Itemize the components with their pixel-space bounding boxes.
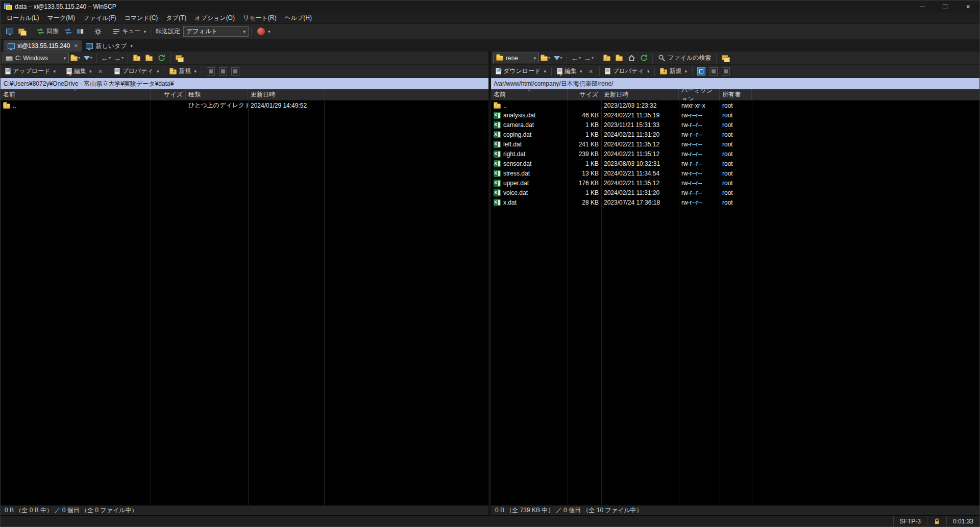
remote-directory-combobox[interactable]: rene▾ <box>493 53 539 63</box>
new-tab-button[interactable]: 新しいタブ ▾ <box>82 40 137 52</box>
properties-button[interactable]: プロパティ▾ <box>602 66 652 77</box>
edit-button[interactable]: 編集▾ <box>554 66 585 77</box>
local-command-toolbar: アップロード▾ 編集▾ × プロパティ▾ 新規▾ <box>1 65 488 78</box>
column-header-permissions[interactable]: パーミッション <box>679 89 720 100</box>
winscp-window: data – xi@133.55.115.240 – WinSCP × ローカル… <box>0 0 980 527</box>
drive-selector-combobox[interactable]: C: Windows▾ <box>3 53 69 63</box>
back-button[interactable]: ←▾ <box>100 52 112 64</box>
delete-button[interactable]: × <box>94 65 106 78</box>
minimize-button[interactable] <box>911 1 934 13</box>
view-toggle-3[interactable] <box>720 65 732 78</box>
column-header-name[interactable]: 名前 ^ <box>1 89 151 100</box>
root-directory-icon[interactable] <box>143 52 155 64</box>
table-row[interactable]: stress.dat 13 KB 2024/02/21 11:34:54 rw-… <box>491 168 979 178</box>
table-row[interactable]: coping.dat 1 KB 2024/02/21 11:31:20 rw-r… <box>491 130 979 139</box>
queue-button[interactable]: キュー▾ <box>110 26 149 38</box>
session-tab[interactable]: xi@133.55.115.240 × <box>4 40 82 52</box>
sync-arrows-icon <box>37 28 44 35</box>
local-nav-toolbar: C: Windows▾ ▾ ▾ ←▾ →▾ <box>1 52 488 65</box>
delete-button[interactable]: × <box>584 65 597 78</box>
encryption-indicator[interactable] <box>927 516 946 526</box>
transfer-settings-label: 転送設定 <box>156 27 180 36</box>
column-header-modified[interactable]: 更新日時 <box>601 89 679 100</box>
table-row[interactable]: right.dat 239 KB 2024/02/21 11:35:12 rw-… <box>491 149 979 159</box>
menu-tab[interactable]: タブ(T) <box>162 13 190 23</box>
properties-button[interactable]: プロパティ▾ <box>112 66 161 77</box>
menu-local[interactable]: ローカル(L) <box>3 13 43 23</box>
menu-options[interactable]: オプション(O) <box>190 13 239 23</box>
new-session-button[interactable]: ▾ <box>254 26 274 38</box>
table-row[interactable]: .. 2023/12/03 1:23:32 rwxr-xr-x root <box>491 101 979 110</box>
column-header-type[interactable]: 種類 <box>186 89 248 100</box>
column-header-name[interactable]: 名前 ^ <box>491 89 568 100</box>
refresh-icon[interactable] <box>638 52 650 64</box>
column-header-modified[interactable]: 更新日時 <box>248 89 324 100</box>
file-icon <box>494 180 501 187</box>
session-icon <box>8 43 15 49</box>
open-directory-icon[interactable] <box>16 26 28 38</box>
menu-file[interactable]: ファイル(F) <box>79 13 120 23</box>
remote-column-headers: 名前 ^ サイズ 更新日時 パーミッション 所有者 <box>491 89 979 101</box>
parent-directory-icon[interactable] <box>131 52 143 64</box>
new-button[interactable]: 新規▾ <box>657 66 690 77</box>
open-folder-icon[interactable]: ▾ <box>539 52 552 64</box>
forward-button[interactable]: →▾ <box>582 52 595 64</box>
view-toggle-2[interactable] <box>217 65 229 78</box>
menu-help[interactable]: ヘルプ(H) <box>280 13 316 23</box>
column-header-owner[interactable]: 所有者 <box>720 89 752 100</box>
copy-session-icon[interactable] <box>173 52 185 64</box>
home-directory-icon[interactable] <box>625 52 638 64</box>
local-path-bar[interactable]: C:¥Users¥8072y¥OneDrive - 富山県立大学¥実験データ¥d… <box>1 78 488 89</box>
download-button[interactable]: ダウンロード▾ <box>493 66 549 77</box>
column-header-size[interactable]: サイズ <box>151 89 186 100</box>
copy-session-icon[interactable] <box>719 52 731 64</box>
edit-button[interactable]: 編集▾ <box>64 66 94 77</box>
remote-panel: rene▾ ▾ ▾ ←▾ →▾ ファイルの検索 <box>491 52 979 515</box>
column-header-size[interactable]: サイズ <box>568 89 601 100</box>
protocol-indicator[interactable]: SFTP-3 <box>893 516 927 526</box>
open-folder-icon[interactable]: ▾ <box>69 52 82 64</box>
search-icon <box>658 54 666 62</box>
menu-command[interactable]: コマンド(C) <box>120 13 162 23</box>
table-row[interactable]: camera.dat 1 KB 2023/11/21 15:31:33 rw-r… <box>491 120 979 130</box>
properties-icon <box>114 68 120 74</box>
compare-directories-icon[interactable] <box>62 26 74 38</box>
table-row[interactable]: upper.dat 176 KB 2024/02/21 11:35:12 rw-… <box>491 178 979 188</box>
table-row[interactable]: left.dat 241 KB 2024/02/21 11:35:12 rw-r… <box>491 139 979 149</box>
remote-path-bar[interactable]: /var/www/html/company/日本海倶楽部/rene/ <box>491 78 979 89</box>
root-directory-icon[interactable] <box>613 52 625 64</box>
view-toggle-1[interactable] <box>695 65 707 78</box>
table-row[interactable]: .. ひとつ上のディレクトリ 2024/01/29 14:49:52 <box>1 101 488 110</box>
menu-remote[interactable]: リモート(R) <box>239 13 281 23</box>
refresh-icon[interactable] <box>155 52 167 64</box>
new-folder-icon <box>169 69 177 74</box>
table-row[interactable]: x.dat 28 KB 2023/07/24 17:36:18 rw-r--r-… <box>491 197 979 207</box>
table-row[interactable]: voice.dat 1 KB 2024/02/21 11:31:20 rw-r-… <box>491 188 979 197</box>
edit-icon <box>557 68 562 74</box>
remote-file-list: .. 2023/12/03 1:23:32 rwxr-xr-x root ana… <box>491 101 979 505</box>
close-button[interactable]: × <box>957 1 979 13</box>
preferences-gear-icon[interactable] <box>92 26 104 38</box>
column-header-filler <box>324 89 488 100</box>
view-toggle-1[interactable] <box>205 65 217 78</box>
view-toggle-3[interactable] <box>229 65 241 78</box>
find-files-button[interactable]: ファイルの検索 <box>655 53 714 64</box>
table-row[interactable]: sensor.dat 1 KB 2023/08/03 10:32:31 rw-r… <box>491 159 979 168</box>
transfer-preset-combobox[interactable]: デフォルト▾ <box>183 26 249 37</box>
filter-icon[interactable]: ▾ <box>552 52 564 64</box>
menu-mark[interactable]: マーク(M) <box>43 13 80 23</box>
view-toggle-2[interactable] <box>707 65 720 78</box>
session-manager-icon[interactable] <box>4 26 16 38</box>
transfer-mode-icon[interactable] <box>74 26 86 38</box>
upload-button[interactable]: アップロード▾ <box>3 66 58 77</box>
maximize-button[interactable] <box>934 1 957 13</box>
back-button[interactable]: ←▾ <box>570 52 582 64</box>
forward-button[interactable]: →▾ <box>112 52 125 64</box>
synchronize-button[interactable]: 同期 <box>34 26 62 38</box>
table-row[interactable]: analysis.dat 46 KB 2024/02/21 11:35:19 r… <box>491 110 979 120</box>
tab-close-icon[interactable]: × <box>74 42 78 49</box>
parent-directory-icon[interactable] <box>601 52 613 64</box>
filter-icon[interactable]: ▾ <box>82 52 94 64</box>
new-button[interactable]: 新規▾ <box>167 66 199 77</box>
download-icon <box>496 68 501 74</box>
